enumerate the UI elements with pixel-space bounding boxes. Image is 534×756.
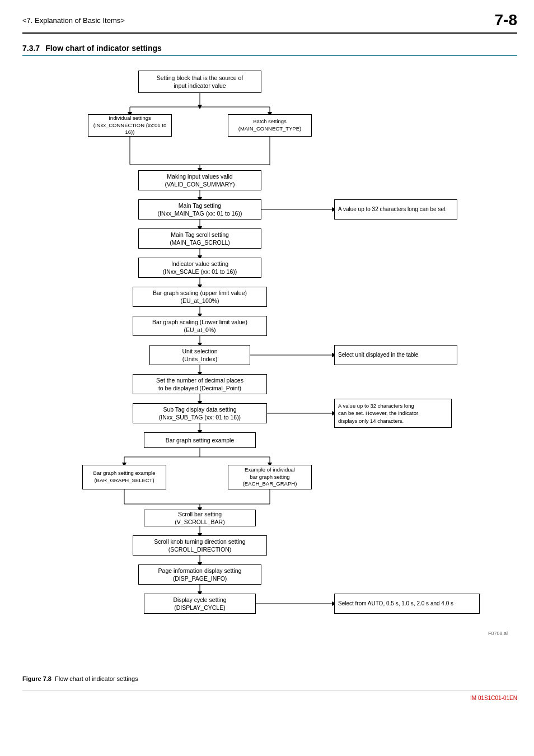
flowchart-box-b15: Example of individual bar graph setting … (228, 465, 312, 489)
flowchart-box-b10: Unit selection (Units_Index) (149, 345, 250, 365)
flowchart-box-b1: Setting block that is the source of inpu… (138, 71, 261, 93)
annotation-3: A value up to 32 characters long can be … (334, 399, 452, 428)
flowchart-box-b18: Page information display setting (DISP_P… (138, 564, 261, 585)
annotation-4: Select from AUTO, 0.5 s, 1.0 s, 2.0 s an… (334, 594, 480, 614)
flowchart-box-b8: Bar graph scaling (upper limit value) (E… (133, 287, 267, 307)
page-container: <7. Explanation of Basic Items> 7-8 7.3.… (0, 0, 534, 756)
annotation-1: A value up to 32 characters long can be … (334, 199, 457, 220)
file-reference: F0708.ai (488, 631, 508, 636)
flowchart-box-b6: Main Tag scroll setting (MAIN_TAG_SCROLL… (138, 228, 261, 249)
annotation-2: Select unit displayed in the table (334, 345, 457, 365)
header-title: <7. Explanation of Basic Items> (22, 16, 125, 25)
flowchart-box-b7: Indicator value setting (INxx_SCALE (xx:… (138, 258, 261, 278)
figure-caption: Figure 7.8 Flow chart of indicator setti… (22, 675, 517, 682)
flowchart-box-b5: Main Tag setting (INxx_MAIN_TAG (xx: 01 … (138, 199, 261, 220)
section-heading: 7.3.7 Flow chart of indicator settings (22, 44, 517, 56)
header-page-num: 7-8 (495, 11, 517, 29)
flowchart-box-b13: Bar graph setting example (144, 432, 256, 448)
flowchart-box-b16: Scroll bar setting (V_SCROLL_BAR) (144, 510, 256, 526)
flowchart-box-b9: Bar graph scaling (Lower limit value) (E… (133, 316, 267, 336)
flowchart-box-b2: Individual settings (INxx_CONNECTION (xx… (88, 114, 172, 137)
flowchart-box-b3: Batch settings (MAIN_CONNECT_TYPE) (228, 114, 312, 137)
flowchart-box-b19: Display cycle setting (DISPLAY_CYCLE) (144, 594, 256, 614)
flowchart-svg (26, 65, 513, 670)
flowchart-box-b4: Making input values valid (VALID_CON_SUM… (138, 170, 261, 190)
flowchart: Setting block that is the source of inpu… (26, 65, 513, 670)
footer-doc-id: IM 01S1C01-01EN (22, 695, 517, 701)
page-header: <7. Explanation of Basic Items> 7-8 (22, 11, 517, 34)
flowchart-box-b17: Scroll knob turning direction setting (S… (133, 535, 267, 556)
flowchart-box-b14: Bar graph setting example (BAR_GRAPH_SEL… (82, 465, 166, 489)
bottom-rule (22, 690, 517, 690)
flowchart-box-b11: Set the number of decimal places to be d… (133, 374, 267, 394)
flowchart-box-b12: Sub Tag display data setting (INxx_SUB_T… (133, 403, 267, 423)
